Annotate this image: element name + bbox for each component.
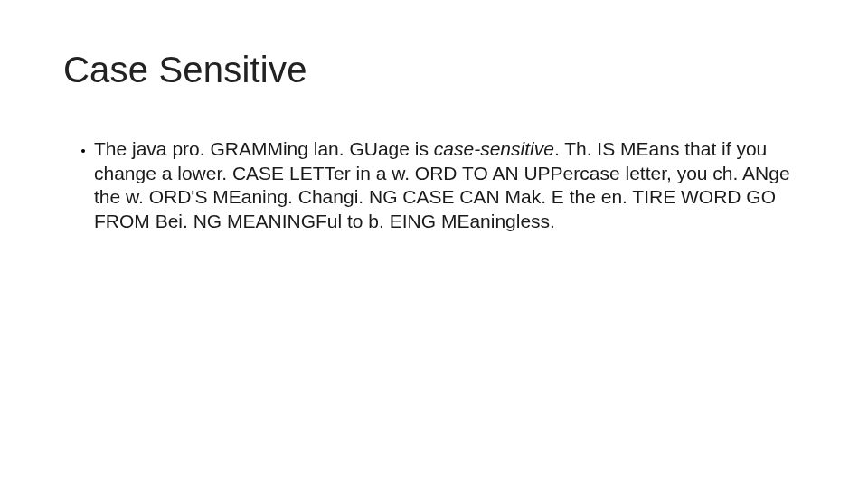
bullet-icon [81,149,85,153]
bullet-text: The java pro. GRAMMing lan. GUage is cas… [94,137,805,234]
italic-text: case-sensitive [434,138,554,159]
text-segment: The java pro. GRAMMing lan. GUage is [94,138,434,159]
list-item: The java pro. GRAMMing lan. GUage is cas… [81,137,805,234]
slide: Case Sensitive The java pro. GRAMMing la… [0,0,868,488]
bullet-list: The java pro. GRAMMing lan. GUage is cas… [63,137,805,234]
slide-title: Case Sensitive [63,50,805,90]
